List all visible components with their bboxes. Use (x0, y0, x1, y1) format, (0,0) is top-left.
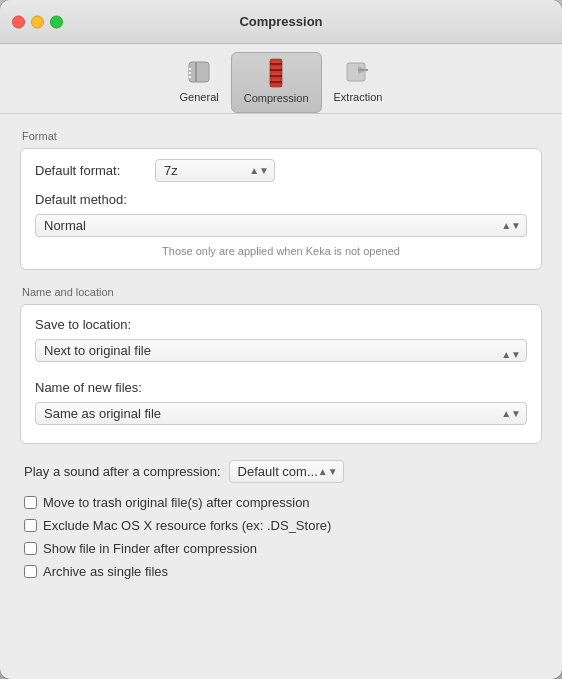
tab-extraction[interactable]: Extraction (322, 52, 395, 113)
name-select[interactable]: Same as original file Custom (35, 402, 527, 425)
window-title: Compression (239, 14, 322, 29)
content-area: Format Default format: 7z ZIP TAR GZIP B… (0, 114, 562, 679)
save-to-select-wrapper: Next to original file Desktop Downloads … (35, 339, 527, 370)
sound-label: Play a sound after a compression: (24, 464, 221, 479)
name-label: Name of new files: (35, 380, 142, 395)
checkbox-show-finder[interactable] (24, 542, 37, 555)
minimize-button[interactable] (31, 15, 44, 28)
default-method-label: Default method: (35, 192, 127, 207)
svg-rect-12 (272, 67, 280, 69)
traffic-lights (12, 15, 63, 28)
svg-rect-13 (272, 73, 280, 75)
sound-select-wrapper: Default com... None Custom ▲▼ (229, 460, 344, 483)
tab-extraction-label: Extraction (334, 91, 383, 103)
default-format-row: Default format: 7z ZIP TAR GZIP BZIP2 ▲▼ (35, 159, 527, 182)
checkbox-archive-single-row: Archive as single files (20, 564, 542, 579)
app-window: Compression General (0, 0, 562, 679)
tab-general[interactable]: General (168, 52, 231, 113)
svg-rect-10 (270, 83, 282, 87)
svg-rect-4 (189, 76, 191, 78)
default-method-select-wrapper: Normal Fast Best ▲▼ (35, 214, 527, 237)
svg-rect-11 (272, 61, 280, 63)
default-format-select-wrapper: 7z ZIP TAR GZIP BZIP2 ▲▼ (155, 159, 275, 182)
extraction-icon (342, 56, 374, 88)
svg-rect-15 (347, 63, 365, 81)
name-location-section-box: Save to location: Next to original file … (20, 304, 542, 444)
checkbox-archive-single[interactable] (24, 565, 37, 578)
checkbox-move-trash[interactable] (24, 496, 37, 509)
checkbox-exclude-mac-row: Exclude Mac OS X resource forks (ex: .DS… (20, 518, 542, 533)
svg-rect-17 (358, 69, 368, 71)
name-select-wrapper: Same as original file Custom ▲▼ (35, 402, 527, 425)
default-format-select[interactable]: 7z ZIP TAR GZIP BZIP2 (155, 159, 275, 182)
sound-select[interactable]: Default com... None Custom (229, 460, 344, 483)
name-location-section-label: Name and location (22, 286, 542, 298)
checkbox-move-trash-label: Move to trash original file(s) after com… (43, 495, 310, 510)
tab-general-label: General (180, 91, 219, 103)
checkbox-archive-single-label: Archive as single files (43, 564, 168, 579)
svg-rect-14 (272, 79, 280, 81)
format-section-box: Default format: 7z ZIP TAR GZIP BZIP2 ▲▼… (20, 148, 542, 270)
sound-row: Play a sound after a compression: Defaul… (20, 460, 542, 483)
default-format-label: Default format: (35, 163, 155, 178)
checkbox-move-trash-row: Move to trash original file(s) after com… (20, 495, 542, 510)
compression-icon (260, 57, 292, 89)
title-bar: Compression (0, 0, 562, 44)
tab-compression[interactable]: Compression (231, 52, 322, 113)
maximize-button[interactable] (50, 15, 63, 28)
checkbox-exclude-mac-label: Exclude Mac OS X resource forks (ex: .DS… (43, 518, 331, 533)
checkbox-show-finder-row: Show file in Finder after compression (20, 541, 542, 556)
svg-rect-2 (189, 68, 191, 70)
format-section-label: Format (22, 130, 542, 142)
svg-rect-1 (195, 62, 197, 82)
svg-rect-3 (189, 72, 191, 74)
toolbar: General Compression (0, 44, 562, 114)
helper-text: Those only are applied when Keka is not … (35, 245, 527, 257)
save-to-select[interactable]: Next to original file Desktop Downloads (35, 339, 527, 362)
close-button[interactable] (12, 15, 25, 28)
save-to-label: Save to location: (35, 317, 131, 332)
checkbox-show-finder-label: Show file in Finder after compression (43, 541, 257, 556)
checkbox-exclude-mac[interactable] (24, 519, 37, 532)
svg-rect-0 (189, 62, 209, 82)
default-method-select[interactable]: Normal Fast Best (35, 214, 527, 237)
tab-compression-label: Compression (244, 92, 309, 104)
general-icon (183, 56, 215, 88)
